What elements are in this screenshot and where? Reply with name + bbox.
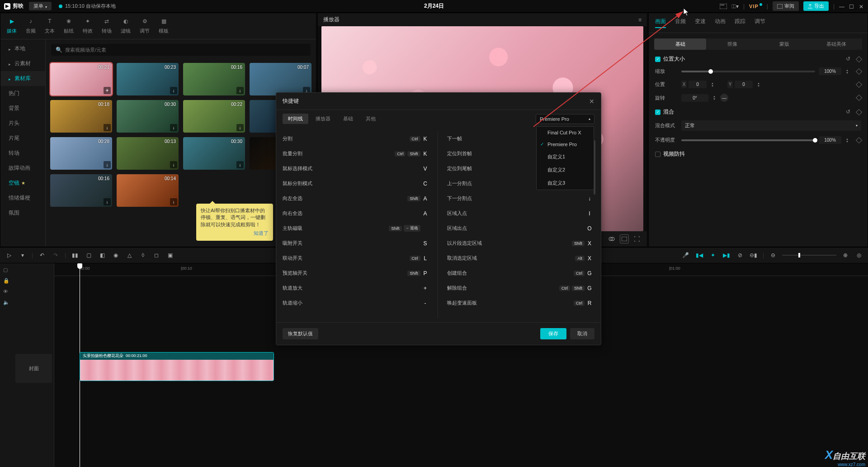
media-tab-3[interactable]: ❀贴纸: [64, 17, 74, 34]
search-box[interactable]: 🔍: [51, 44, 311, 56]
redo-icon[interactable]: ↷: [51, 251, 60, 260]
preset-option-0[interactable]: Final Cut Pro X: [537, 127, 594, 138]
shortcut-row[interactable]: 鼠标分割模式C: [283, 176, 429, 191]
prop-tab-5[interactable]: 调节: [755, 18, 765, 28]
position-x[interactable]: X0: [681, 81, 707, 88]
preset-option-2[interactable]: 自定义1: [537, 150, 594, 163]
media-tab-0[interactable]: ▶媒体: [7, 17, 17, 34]
ai-icon[interactable]: ▣: [165, 251, 175, 260]
keyframe-icon[interactable]: [856, 81, 862, 87]
shortcut-row[interactable]: 联动开关CtrlL: [283, 251, 429, 266]
eye-icon[interactable]: 👁: [3, 289, 10, 296]
sidebar-item-3[interactable]: 热门: [0, 86, 45, 101]
track-settings-icon[interactable]: ▢: [3, 267, 10, 274]
thumbnail-12[interactable]: 00:16↓: [50, 174, 112, 207]
fullscreen-icon[interactable]: [632, 234, 642, 243]
shortcut-row[interactable]: 创建组合CtrlG: [447, 266, 593, 281]
opacity-stepper[interactable]: ▲▼: [845, 138, 849, 143]
shortcut-row[interactable]: 以片段选定区域ShiftX: [447, 236, 593, 251]
preset-option-3[interactable]: 自定义2: [537, 163, 594, 176]
mirror-icon[interactable]: ◊: [138, 251, 147, 260]
download-icon[interactable]: ↓: [170, 87, 177, 94]
sidebar-item-4[interactable]: 背景: [0, 101, 45, 116]
sidebar-item-7[interactable]: 转场: [0, 146, 45, 161]
shortcut-row[interactable]: 向左全选ShiftA: [283, 191, 429, 206]
shortcut-row[interactable]: 批量分割CtrlShiftK: [283, 146, 429, 161]
download-icon[interactable]: ↓: [104, 198, 111, 205]
vip-badge[interactable]: VIP: [749, 3, 762, 10]
keyframe-icon[interactable]: [856, 109, 862, 115]
export-button[interactable]: 导出: [803, 1, 829, 11]
sidebar-item-5[interactable]: 片头: [0, 116, 45, 131]
magnet-main-icon[interactable]: ▮◀: [695, 251, 704, 260]
magnet-icon[interactable]: ▶▮: [722, 251, 731, 260]
thumbnail-13[interactable]: 00:14↓: [117, 174, 179, 207]
download-icon[interactable]: ↓: [236, 87, 244, 94]
reset-icon[interactable]: ↺: [846, 56, 853, 63]
minimize-icon[interactable]: —: [839, 4, 844, 9]
media-tab-8[interactable]: ▦模板: [159, 17, 169, 34]
menu-button[interactable]: 菜单: [29, 2, 52, 10]
sidebar-item-2[interactable]: 素材库: [0, 71, 45, 86]
scale-stepper[interactable]: ▲▼: [845, 69, 849, 74]
cancel-button[interactable]: 取消: [570, 328, 594, 339]
speed-icon[interactable]: ◉: [111, 251, 120, 260]
media-tab-6[interactable]: ◐滤镜: [121, 17, 131, 34]
media-tab-2[interactable]: T文本: [45, 17, 55, 34]
prop-subtab-2[interactable]: 蒙版: [758, 38, 810, 50]
blend-checkbox[interactable]: ✓: [655, 110, 660, 115]
thumbnail-10[interactable]: 00:30↓: [183, 137, 245, 170]
modal-tab-0[interactable]: 时间线: [283, 114, 308, 124]
zoom-in-icon[interactable]: ⊕: [841, 251, 850, 260]
mic-icon[interactable]: 🎤: [681, 251, 690, 260]
shortcut-row[interactable]: 鼠标选择模式V: [283, 161, 429, 176]
maximize-icon[interactable]: ☐: [849, 4, 854, 9]
sidebar-item-0[interactable]: 本地: [0, 41, 45, 56]
project-title[interactable]: 2月24日: [424, 2, 444, 10]
rotate-stepper[interactable]: ▲▼: [712, 95, 717, 100]
shortcut-row[interactable]: 主轨磁吸Shift←退格: [283, 221, 429, 236]
download-icon[interactable]: ↓: [236, 124, 244, 131]
keyframe-icon[interactable]: [856, 68, 862, 74]
prop-tab-2[interactable]: 变速: [695, 18, 706, 28]
reset-defaults-button[interactable]: 恢复默认值: [283, 328, 318, 339]
thumbnail-6[interactable]: 00:22↓: [183, 100, 245, 133]
thumbnail-1[interactable]: 00:23↓: [117, 63, 179, 95]
sidebar-item-8[interactable]: 故障动画: [0, 161, 45, 176]
shortcut-row[interactable]: 唤起变速面板CtrlR: [447, 295, 593, 310]
rotate-value[interactable]: 0°: [681, 94, 708, 102]
add-icon[interactable]: +: [104, 87, 111, 94]
prop-subtab-0[interactable]: 基础: [654, 38, 706, 50]
opacity-slider[interactable]: [681, 139, 815, 141]
save-button[interactable]: 保存: [540, 328, 566, 339]
split-icon[interactable]: ▮▮: [71, 251, 80, 260]
shortcut-row[interactable]: 轨道缩小-: [283, 295, 429, 310]
thumbnail-3[interactable]: 00:07↓: [250, 63, 311, 95]
modal-tab-1[interactable]: 播放器: [310, 114, 336, 124]
shortcut-row[interactable]: 轨道放大+: [283, 281, 429, 295]
tool-dropdown-icon[interactable]: ▾: [18, 251, 27, 260]
prop-subtab-3[interactable]: 基础美体: [810, 38, 862, 50]
media-tab-7[interactable]: ⚙调节: [140, 17, 150, 34]
sidebar-item-6[interactable]: 片尾: [0, 131, 45, 146]
cover-button[interactable]: 封面: [15, 354, 52, 383]
shortcut-row[interactable]: 预览轴开关ShiftP: [283, 266, 429, 281]
modal-close-icon[interactable]: ✕: [589, 98, 594, 105]
download-icon[interactable]: ↓: [104, 124, 111, 131]
lock-icon[interactable]: 🔒: [3, 278, 10, 285]
keyframe-icon[interactable]: [856, 56, 862, 62]
player-menu-icon[interactable]: ≡: [638, 17, 642, 23]
reverse-icon[interactable]: △: [125, 251, 134, 260]
thumbnail-9[interactable]: 00:13↓: [117, 137, 179, 170]
prop-tab-1[interactable]: 音频: [675, 18, 686, 28]
prop-tab-3[interactable]: 动画: [715, 18, 726, 28]
undo-icon[interactable]: ↶: [38, 251, 47, 260]
preset-option-4[interactable]: 自定义3: [537, 176, 594, 190]
download-icon[interactable]: ↓: [236, 161, 244, 168]
media-tab-1[interactable]: ♪音频: [26, 17, 36, 34]
keyframe-icon[interactable]: [856, 95, 862, 101]
scale-slider[interactable]: [681, 71, 815, 72]
shortcut-row[interactable]: 区域出点O: [447, 221, 593, 236]
shortcut-row[interactable]: 分割CtrlK: [283, 131, 429, 146]
snap-icon[interactable]: ✦: [708, 251, 717, 260]
